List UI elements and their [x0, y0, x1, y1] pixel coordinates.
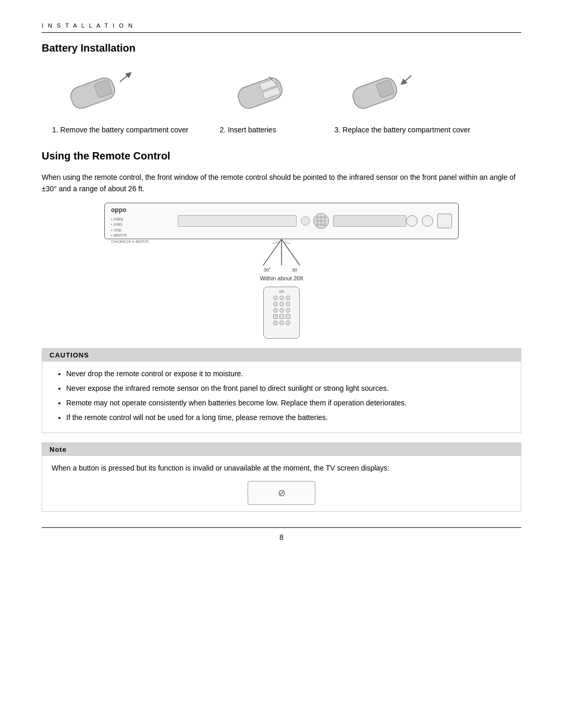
footer: 8 — [42, 527, 521, 541]
note-display: ⊘ — [52, 481, 511, 505]
remote-row-5 — [273, 320, 290, 325]
caution-item-4: If the remote control will not be used f… — [66, 412, 511, 424]
remote-btn — [279, 295, 284, 300]
cautions-box: CAUTIONS Never drop the remote control o… — [42, 348, 521, 433]
battery-steps: 1. Remove the battery compartment cover — [52, 64, 521, 135]
battery-step-3: 3. Replace the battery compartment cover — [334, 64, 470, 135]
cautions-list: Never drop the remote control or expose … — [57, 368, 511, 424]
svg-line-9 — [282, 239, 300, 265]
hdmi-button — [406, 215, 418, 227]
remote-title: Using the Remote Control — [42, 150, 521, 162]
brand-logo: oppo — [111, 206, 126, 214]
remote-row-4 — [273, 314, 290, 319]
panel-center-bar — [178, 215, 297, 227]
remote-btn-sq — [279, 314, 284, 319]
page-number: 8 — [279, 533, 284, 541]
remote-btn — [279, 302, 284, 306]
display-bar — [333, 215, 406, 227]
panel-right-items — [406, 214, 452, 228]
remote-btn — [273, 320, 278, 325]
remote-btn — [286, 302, 290, 306]
step2-image — [219, 64, 303, 121]
remote-row-3 — [273, 308, 290, 313]
disc-grid — [316, 216, 326, 226]
device-panel: oppo • 1080p • 1080i • 720p • 480/576 CH… — [104, 203, 459, 239]
battery-title: Battery Installation — [42, 42, 521, 54]
panel-square — [437, 214, 452, 228]
remote-btn — [279, 320, 284, 325]
angle-diagram: 30˚ 30 — [235, 239, 328, 278]
remote-diagram: oppo • 1080p • 1080i • 720p • 480/576 CH… — [99, 203, 464, 339]
remote-btn-sq — [286, 314, 290, 319]
step3-label: 3. Replace the battery compartment cover — [334, 125, 470, 135]
remote-btn — [279, 308, 284, 313]
cautions-header: CAUTIONS — [42, 349, 521, 362]
remote-btn — [286, 320, 290, 325]
remote-row-2 — [273, 302, 290, 306]
remote-top-light — [279, 290, 284, 293]
aux-button — [422, 215, 433, 227]
panel-disc — [313, 213, 329, 229]
tray-button — [301, 216, 310, 226]
svg-line-8 — [263, 239, 282, 265]
remote-btn — [286, 295, 290, 300]
step2-label: 2. Insert batteries — [219, 125, 276, 135]
svg-text:30˚: 30˚ — [264, 267, 271, 273]
battery-step-2: 2. Insert batteries — [219, 64, 303, 135]
note-header: Note — [42, 443, 521, 456]
note-body: When a button is pressed but its functio… — [42, 456, 521, 511]
remote-section: Using the Remote Control When using the … — [42, 150, 521, 339]
note-box: Note When a button is pressed but its fu… — [42, 442, 521, 512]
remote-btn — [273, 302, 278, 306]
section-label: I N S T A L L A T I O N — [42, 22, 134, 29]
remote-icon — [263, 287, 300, 339]
cautions-body: Never drop the remote control or expose … — [42, 362, 521, 432]
remote-btn — [273, 308, 278, 313]
step1-image — [52, 64, 136, 121]
not-available-symbol: ⊘ — [278, 486, 286, 501]
battery-step-1: 1. Remove the battery compartment cover — [52, 64, 188, 135]
remote-btn — [286, 308, 290, 313]
page-header: I N S T A L L A T I O N — [42, 21, 521, 33]
step1-label: 1. Remove the battery compartment cover — [52, 125, 188, 135]
battery-section: Battery Installation — [42, 42, 521, 135]
step3-image — [334, 64, 418, 121]
caution-item-1: Never drop the remote control or expose … — [66, 368, 511, 380]
remote-description: When using the remote control, the front… — [42, 171, 521, 195]
remote-btn — [273, 295, 278, 300]
remote-row-1 — [273, 295, 290, 300]
note-screen: ⊘ — [248, 481, 315, 505]
svg-text:30: 30 — [292, 267, 297, 273]
note-text: When a button is pressed but its functio… — [52, 462, 511, 474]
caution-item-2: Never expose the infrared remote sensor … — [66, 382, 511, 395]
caution-item-3: Remote may not operate consistently when… — [66, 397, 511, 410]
remote-btn-sq — [273, 314, 278, 319]
